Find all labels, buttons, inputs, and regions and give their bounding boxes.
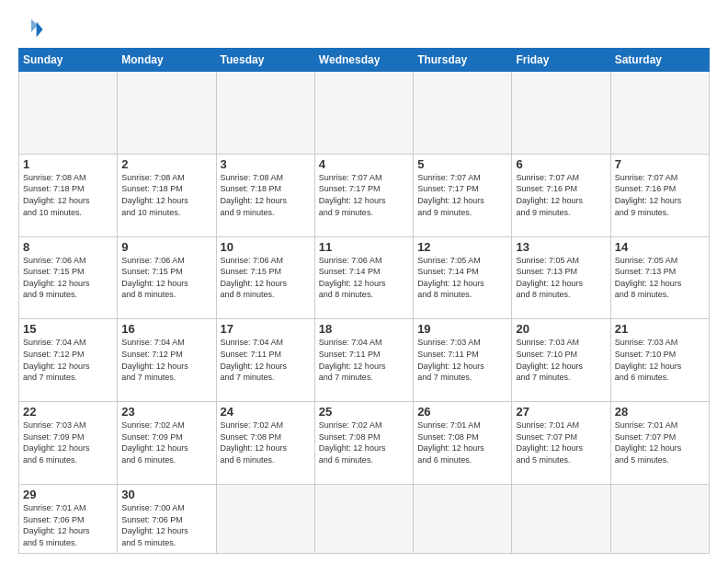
calendar-day: 26Sunrise: 7:01 AM Sunset: 7:08 PM Dayli… xyxy=(414,402,512,485)
weekday-header-row: SundayMondayTuesdayWednesdayThursdayFrid… xyxy=(19,49,710,72)
calendar-day: 3Sunrise: 7:08 AM Sunset: 7:18 PM Daylig… xyxy=(216,154,314,236)
calendar-day xyxy=(414,485,512,554)
calendar-day: 12Sunrise: 7:05 AM Sunset: 7:14 PM Dayli… xyxy=(414,236,512,319)
calendar-day: 1Sunrise: 7:08 AM Sunset: 7:18 PM Daylig… xyxy=(19,154,118,236)
logo xyxy=(18,17,48,42)
day-info: Sunrise: 7:02 AM Sunset: 7:08 PM Dayligh… xyxy=(319,419,409,465)
day-number: 22 xyxy=(23,405,113,419)
calendar-day: 27Sunrise: 7:01 AM Sunset: 7:07 PM Dayli… xyxy=(512,402,610,485)
day-info: Sunrise: 7:04 AM Sunset: 7:12 PM Dayligh… xyxy=(23,337,113,383)
svg-marker-0 xyxy=(37,22,43,38)
calendar-table: SundayMondayTuesdayWednesdayThursdayFrid… xyxy=(18,48,710,554)
calendar-day: 10Sunrise: 7:06 AM Sunset: 7:15 PM Dayli… xyxy=(216,236,314,319)
day-number: 9 xyxy=(121,240,211,254)
header xyxy=(18,17,710,42)
calendar-day: 29Sunrise: 7:01 AM Sunset: 7:06 PM Dayli… xyxy=(19,485,118,554)
day-info: Sunrise: 7:01 AM Sunset: 7:06 PM Dayligh… xyxy=(23,502,113,548)
day-number: 21 xyxy=(615,322,705,336)
day-info: Sunrise: 7:00 AM Sunset: 7:06 PM Dayligh… xyxy=(121,502,211,548)
day-info: Sunrise: 7:03 AM Sunset: 7:10 PM Dayligh… xyxy=(516,337,606,383)
calendar-day: 30Sunrise: 7:00 AM Sunset: 7:06 PM Dayli… xyxy=(118,485,216,554)
weekday-header-tuesday: Tuesday xyxy=(216,49,314,72)
logo-icon xyxy=(18,17,44,42)
day-info: Sunrise: 7:06 AM Sunset: 7:14 PM Dayligh… xyxy=(319,255,409,301)
calendar-day: 7Sunrise: 7:07 AM Sunset: 7:16 PM Daylig… xyxy=(610,154,709,236)
calendar-day: 5Sunrise: 7:07 AM Sunset: 7:17 PM Daylig… xyxy=(414,154,512,236)
calendar-day xyxy=(414,72,512,155)
calendar-day xyxy=(314,485,413,554)
day-info: Sunrise: 7:08 AM Sunset: 7:18 PM Dayligh… xyxy=(23,172,113,218)
calendar-day: 4Sunrise: 7:07 AM Sunset: 7:17 PM Daylig… xyxy=(314,154,413,236)
day-number: 1 xyxy=(23,157,113,171)
day-number: 30 xyxy=(121,488,211,501)
calendar-day: 21Sunrise: 7:03 AM Sunset: 7:10 PM Dayli… xyxy=(610,319,709,402)
calendar-week-2: 1Sunrise: 7:08 AM Sunset: 7:18 PM Daylig… xyxy=(19,154,710,236)
calendar-day: 16Sunrise: 7:04 AM Sunset: 7:12 PM Dayli… xyxy=(118,319,216,402)
day-info: Sunrise: 7:01 AM Sunset: 7:08 PM Dayligh… xyxy=(417,419,507,465)
day-info: Sunrise: 7:05 AM Sunset: 7:13 PM Dayligh… xyxy=(516,255,606,301)
day-number: 16 xyxy=(121,322,211,336)
day-info: Sunrise: 7:07 AM Sunset: 7:17 PM Dayligh… xyxy=(417,172,507,218)
weekday-header-friday: Friday xyxy=(512,49,610,72)
day-info: Sunrise: 7:03 AM Sunset: 7:11 PM Dayligh… xyxy=(417,337,507,383)
calendar-day: 6Sunrise: 7:07 AM Sunset: 7:16 PM Daylig… xyxy=(512,154,610,236)
day-info: Sunrise: 7:08 AM Sunset: 7:18 PM Dayligh… xyxy=(121,172,211,218)
calendar-week-3: 8Sunrise: 7:06 AM Sunset: 7:15 PM Daylig… xyxy=(19,236,710,319)
day-number: 29 xyxy=(23,488,113,501)
calendar-day xyxy=(216,485,314,554)
day-info: Sunrise: 7:02 AM Sunset: 7:08 PM Dayligh… xyxy=(221,419,311,465)
day-info: Sunrise: 7:01 AM Sunset: 7:07 PM Dayligh… xyxy=(516,419,606,465)
day-info: Sunrise: 7:06 AM Sunset: 7:15 PM Dayligh… xyxy=(221,255,311,301)
calendar-week-6: 29Sunrise: 7:01 AM Sunset: 7:06 PM Dayli… xyxy=(19,485,710,554)
day-number: 28 xyxy=(615,405,705,419)
day-number: 2 xyxy=(121,157,211,171)
calendar-week-1 xyxy=(19,72,710,155)
calendar-week-4: 15Sunrise: 7:04 AM Sunset: 7:12 PM Dayli… xyxy=(19,319,710,402)
day-number: 11 xyxy=(319,240,409,254)
calendar-day: 17Sunrise: 7:04 AM Sunset: 7:11 PM Dayli… xyxy=(216,319,314,402)
weekday-header-saturday: Saturday xyxy=(610,49,709,72)
day-info: Sunrise: 7:04 AM Sunset: 7:11 PM Dayligh… xyxy=(221,337,311,383)
calendar-day: 18Sunrise: 7:04 AM Sunset: 7:11 PM Dayli… xyxy=(314,319,413,402)
day-info: Sunrise: 7:03 AM Sunset: 7:10 PM Dayligh… xyxy=(615,337,705,383)
day-number: 8 xyxy=(23,240,113,254)
day-info: Sunrise: 7:02 AM Sunset: 7:09 PM Dayligh… xyxy=(121,419,211,465)
day-info: Sunrise: 7:05 AM Sunset: 7:13 PM Dayligh… xyxy=(615,255,705,301)
calendar-day xyxy=(19,72,118,155)
day-number: 25 xyxy=(319,405,409,419)
day-info: Sunrise: 7:04 AM Sunset: 7:11 PM Dayligh… xyxy=(319,337,409,383)
calendar-day xyxy=(118,72,216,155)
day-info: Sunrise: 7:07 AM Sunset: 7:17 PM Dayligh… xyxy=(319,172,409,218)
calendar-day xyxy=(610,485,709,554)
day-number: 18 xyxy=(319,322,409,336)
calendar-day xyxy=(610,72,709,155)
calendar-day xyxy=(512,72,610,155)
calendar-day xyxy=(512,485,610,554)
weekday-header-thursday: Thursday xyxy=(414,49,512,72)
calendar-day: 11Sunrise: 7:06 AM Sunset: 7:14 PM Dayli… xyxy=(314,236,413,319)
day-number: 24 xyxy=(221,405,311,419)
day-info: Sunrise: 7:07 AM Sunset: 7:16 PM Dayligh… xyxy=(516,172,606,218)
day-number: 12 xyxy=(417,240,507,254)
calendar-week-5: 22Sunrise: 7:03 AM Sunset: 7:09 PM Dayli… xyxy=(19,402,710,485)
weekday-header-monday: Monday xyxy=(118,49,216,72)
day-number: 5 xyxy=(417,157,507,171)
calendar-day xyxy=(314,72,413,155)
day-number: 14 xyxy=(615,240,705,254)
day-number: 20 xyxy=(516,322,606,336)
weekday-header-sunday: Sunday xyxy=(19,49,118,72)
day-number: 17 xyxy=(221,322,311,336)
calendar-day: 23Sunrise: 7:02 AM Sunset: 7:09 PM Dayli… xyxy=(118,402,216,485)
day-number: 6 xyxy=(516,157,606,171)
day-number: 27 xyxy=(516,405,606,419)
day-info: Sunrise: 7:06 AM Sunset: 7:15 PM Dayligh… xyxy=(23,255,113,301)
day-number: 13 xyxy=(516,240,606,254)
day-number: 23 xyxy=(121,405,211,419)
calendar-day: 14Sunrise: 7:05 AM Sunset: 7:13 PM Dayli… xyxy=(610,236,709,319)
calendar-day: 24Sunrise: 7:02 AM Sunset: 7:08 PM Dayli… xyxy=(216,402,314,485)
day-number: 3 xyxy=(221,157,311,171)
calendar-day: 20Sunrise: 7:03 AM Sunset: 7:10 PM Dayli… xyxy=(512,319,610,402)
calendar-day: 25Sunrise: 7:02 AM Sunset: 7:08 PM Dayli… xyxy=(314,402,413,485)
day-info: Sunrise: 7:05 AM Sunset: 7:14 PM Dayligh… xyxy=(417,255,507,301)
day-info: Sunrise: 7:04 AM Sunset: 7:12 PM Dayligh… xyxy=(121,337,211,383)
